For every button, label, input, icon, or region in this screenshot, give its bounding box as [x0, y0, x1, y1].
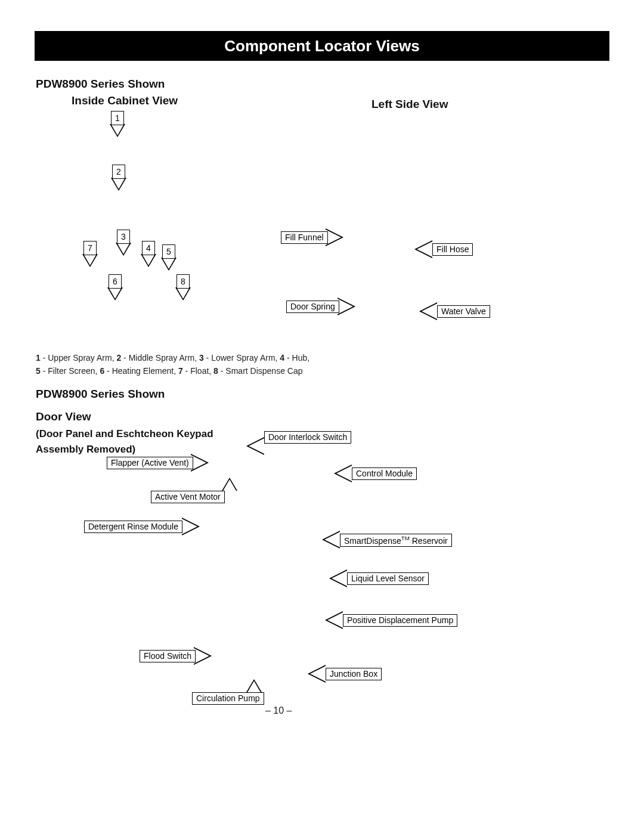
legend-text-7: Float: [190, 366, 209, 376]
legend-num-4: 4: [280, 353, 284, 363]
callout-circulation-pump: Circulation Pump: [192, 692, 264, 705]
legend-num-5: 5: [36, 366, 41, 376]
marker-2-box: 2: [112, 165, 125, 179]
legend-num-3: 3: [199, 353, 204, 363]
legend-num-2: 2: [116, 353, 121, 363]
callout-flood-switch: Flood Switch: [140, 650, 196, 662]
callout-water-valve: Water Valve: [437, 305, 490, 318]
legend-text-6: Heating Element: [112, 366, 174, 376]
callout-junction-box: Junction Box: [326, 668, 382, 680]
callout-active-vent-motor: Active Vent Motor: [151, 491, 225, 503]
callout-flapper: Flapper (Active Vent): [107, 457, 193, 469]
marker-3-box: 3: [117, 230, 130, 244]
marker-7-box: 7: [83, 241, 97, 255]
inside-cabinet-heading: Inside Cabinet View: [72, 94, 178, 107]
callout-control-module: Control Module: [352, 467, 417, 480]
left-side-heading: Left Side View: [371, 98, 448, 111]
marker-1-box: 1: [111, 111, 124, 125]
door-view-heading: Door View: [36, 410, 91, 423]
marker-8-box: 8: [177, 274, 190, 289]
series-heading-1: PDW8900 Series Shown: [36, 78, 165, 91]
legend-text-2: Middle Spray Arm: [129, 353, 194, 363]
page-number: – 10 –: [265, 705, 292, 716]
legend-text-1: Upper Spray Arm: [48, 353, 112, 363]
legend-text-4: Hub: [292, 353, 308, 363]
door-subtitle-line2: Assembly Removed): [36, 444, 135, 455]
marker-4-box: 4: [142, 241, 155, 255]
marker-6-box: 6: [109, 274, 122, 289]
page-title-bar: Component Locator Views: [35, 31, 609, 61]
legend-text-3: Lower Spray Arm: [211, 353, 275, 363]
legend-text-5: Filter Screen: [48, 366, 95, 376]
callout-door-interlock: Door Interlock Switch: [264, 431, 351, 444]
legend-text-8: Smart Dispense Cap: [225, 366, 302, 376]
marker-5-box: 5: [162, 244, 175, 259]
callout-door-spring: Door Spring: [286, 301, 339, 313]
door-subtitle: (Door Panel and Eschtcheon Keypad Assemb…: [36, 426, 213, 457]
legend-num-7: 7: [178, 366, 183, 376]
callout-fill-funnel: Fill Funnel: [281, 231, 328, 244]
callout-smartdispense: SmartDispenseTM Reservoir: [340, 534, 452, 547]
legend-num-8: 8: [213, 366, 218, 376]
legend-num-1: 1: [36, 353, 41, 363]
callout-detergent-rinse: Detergent Rinse Module: [84, 521, 182, 533]
callout-liquid-level: Liquid Level Sensor: [347, 572, 429, 585]
page: Component Locator Views PDW8900 Series S…: [0, 0, 644, 833]
callout-fill-hose: Fill Hose: [432, 243, 473, 256]
legend-num-6: 6: [100, 366, 104, 376]
series-heading-2: PDW8900 Series Shown: [36, 388, 165, 401]
door-subtitle-line1: (Door Panel and Eschtcheon Keypad: [36, 428, 213, 439]
legend: 1 - Upper Spray Arm, 2 - Middle Spray Ar…: [36, 351, 453, 378]
callout-positive-pump: Positive Displacement Pump: [343, 614, 457, 627]
